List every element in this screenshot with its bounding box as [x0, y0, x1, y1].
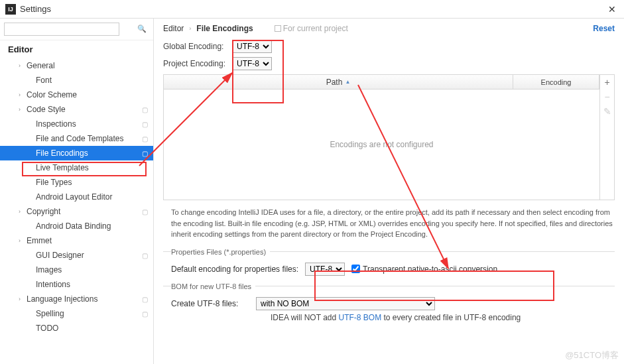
sidebar: 🔍 Editor ›GeneralFont›Color Scheme›Code … [0, 19, 154, 364]
bom-fieldset: BOM for new UTF-8 files Create UTF-8 fil… [163, 282, 615, 325]
sidebar-item-color-scheme[interactable]: ›Color Scheme [0, 88, 153, 102]
sidebar-item-language-injections[interactable]: ›Language Injections▢ [0, 292, 153, 306]
project-icon: ▢ [142, 252, 148, 259]
project-icon: ▢ [142, 106, 148, 113]
sidebar-item-android-layout-editor[interactable]: Android Layout Editor [0, 190, 153, 204]
sidebar-item-android-data-binding[interactable]: Android Data Binding [0, 219, 153, 233]
sidebar-item-label: Language Injections [27, 294, 139, 304]
project-encoding-select[interactable]: UTF-8 [232, 57, 272, 70]
chevron-right-icon: › [19, 208, 27, 215]
sidebar-item-label: GUI Designer [36, 251, 139, 260]
sidebar-item-file-encodings[interactable]: File Encodings▢ [0, 146, 153, 160]
project-icon: ▢ [142, 121, 148, 128]
sidebar-item-label: Color Scheme [27, 90, 148, 99]
bom-legend: BOM for new UTF-8 files [171, 282, 255, 290]
sidebar-item-intentions[interactable]: Intentions [0, 277, 153, 292]
search-icon: 🔍 [137, 25, 147, 33]
project-icon [275, 25, 281, 32]
properties-fieldset: Properties Files (*.properties) Default … [163, 248, 615, 278]
sidebar-item-label: Live Templates [36, 163, 148, 172]
sidebar-item-file-and-code-templates[interactable]: File and Code Templates▢ [0, 131, 153, 146]
sidebar-item-label: General [27, 61, 148, 70]
bom-create-label: Create UTF-8 files: [171, 299, 249, 308]
project-icon: ▢ [142, 208, 148, 215]
sidebar-item-font[interactable]: Font [0, 73, 153, 88]
watermark: @51CTO博客 [565, 349, 619, 361]
encoding-table: Path▲ Encoding Encodings are not configu… [163, 74, 615, 200]
sidebar-item-label: Inspections [36, 119, 139, 129]
sidebar-item-label: Code Style [27, 105, 139, 114]
app-icon: IJ [5, 4, 16, 15]
sort-asc-icon: ▲ [345, 79, 350, 85]
sidebar-item-label: Spelling [36, 309, 139, 318]
project-icon: ▢ [142, 150, 148, 157]
sidebar-item-file-types[interactable]: File Types [0, 175, 153, 190]
bom-create-select[interactable]: with NO BOM [256, 297, 435, 310]
sidebar-item-label: Emmet [27, 236, 148, 245]
chevron-right-icon: › [19, 296, 27, 302]
sidebar-item-label: File and Code Templates [36, 134, 139, 143]
sidebar-item-spelling[interactable]: Spelling▢ [0, 306, 153, 321]
sidebar-item-inspections[interactable]: Inspections▢ [0, 117, 153, 131]
project-scope-note: For current project [275, 24, 348, 33]
sidebar-item-label: TODO [36, 324, 148, 333]
sidebar-item-label: File Types [36, 178, 148, 187]
properties-encoding-label: Default encoding for properties files: [171, 265, 298, 274]
transparent-ascii-checkbox[interactable]: Transparent native-to-ascii conversion [351, 265, 497, 274]
properties-legend: Properties Files (*.properties) [171, 248, 270, 256]
sidebar-item-gui-designer[interactable]: GUI Designer▢ [0, 248, 153, 263]
sidebar-item-label: Font [36, 76, 148, 85]
sidebar-item-label: File Encodings [36, 149, 139, 158]
main-panel: Editor › File Encodings For current proj… [154, 19, 624, 364]
global-encoding-select[interactable]: UTF-8 [232, 40, 272, 53]
global-encoding-label: Global Encoding: [163, 42, 232, 51]
properties-encoding-select[interactable]: UTF-8 [305, 263, 345, 276]
sidebar-item-general[interactable]: ›General [0, 58, 153, 73]
sidebar-item-label: Images [36, 265, 148, 274]
titlebar: IJ Settings ✕ [0, 0, 624, 19]
search-input[interactable] [4, 23, 119, 36]
bom-note: IDEA will NOT add UTF-8 BOM to every cre… [271, 313, 613, 322]
bom-link[interactable]: UTF-8 BOM [338, 313, 381, 322]
chevron-right-icon: › [19, 237, 27, 244]
explanation-text: To change encoding IntelliJ IDEA uses fo… [171, 207, 613, 240]
breadcrumb-root[interactable]: Editor [163, 24, 184, 33]
sidebar-item-emmet[interactable]: ›Emmet [0, 233, 153, 248]
add-row-button[interactable]: + [600, 75, 614, 90]
settings-tree: ›GeneralFont›Color Scheme›Code Style▢Ins… [0, 58, 153, 364]
window-title: Settings [20, 4, 605, 14]
breadcrumb-leaf: File Encodings [196, 24, 253, 33]
chevron-right-icon: › [189, 25, 191, 32]
column-header-path[interactable]: Path▲ [164, 75, 513, 89]
sidebar-item-live-templates[interactable]: Live Templates [0, 160, 153, 175]
chevron-right-icon: › [19, 106, 27, 113]
sidebar-item-label: Android Layout Editor [36, 192, 148, 202]
breadcrumb: Editor › File Encodings For current proj… [163, 24, 615, 33]
project-icon: ▢ [142, 135, 148, 143]
chevron-right-icon: › [19, 62, 27, 69]
sidebar-item-label: Intentions [36, 280, 148, 289]
table-empty-text: Encodings are not configured [164, 90, 599, 200]
sidebar-item-label: Copyright [27, 207, 139, 216]
sidebar-item-label: Android Data Binding [36, 221, 148, 231]
sidebar-item-todo[interactable]: TODO [0, 321, 153, 335]
search-row: 🔍 [0, 19, 153, 40]
reset-link[interactable]: Reset [593, 24, 615, 33]
close-icon[interactable]: ✕ [605, 4, 619, 15]
edit-row-button[interactable]: ✎ [600, 104, 614, 119]
remove-row-button[interactable]: − [600, 90, 614, 104]
sidebar-item-code-style[interactable]: ›Code Style▢ [0, 102, 153, 117]
project-icon: ▢ [142, 296, 148, 303]
sidebar-item-images[interactable]: Images [0, 263, 153, 277]
project-icon: ▢ [142, 310, 148, 318]
sidebar-item-copyright[interactable]: ›Copyright▢ [0, 204, 153, 219]
sidebar-category-header: Editor [0, 40, 153, 58]
column-header-encoding[interactable]: Encoding [513, 75, 599, 89]
project-encoding-label: Project Encoding: [163, 59, 232, 68]
chevron-right-icon: › [19, 91, 27, 98]
